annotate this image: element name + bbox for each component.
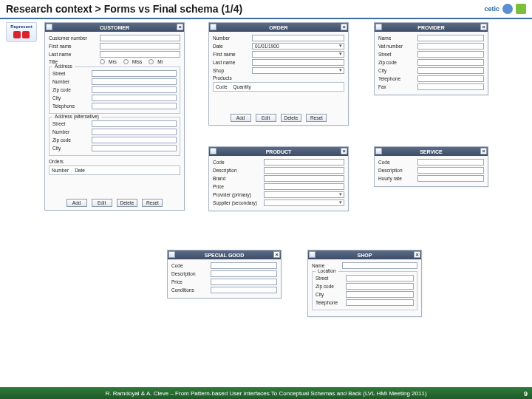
input-pv-zip[interactable] — [417, 59, 484, 66]
select-pd-prov1[interactable] — [264, 191, 344, 198]
close-icon[interactable]: × — [341, 148, 347, 154]
add-button[interactable]: Add — [66, 199, 87, 207]
titlebar-label: PRODUCT — [266, 149, 292, 154]
reset-button[interactable]: Reset — [142, 199, 163, 207]
input-ord-ln[interactable] — [252, 59, 344, 66]
label-orders: Orders — [49, 159, 64, 164]
orders-table[interactable]: Number Date — [49, 166, 180, 175]
label-custnum: Customer number — [49, 35, 98, 41]
window-icon — [210, 24, 216, 30]
input-sh-city[interactable] — [346, 291, 414, 298]
input-firstname[interactable] — [100, 43, 180, 50]
input-sp-price[interactable] — [211, 279, 277, 285]
titlebar-product[interactable]: PRODUCT × — [209, 147, 348, 156]
titlebar-shop[interactable]: SHOP × — [308, 250, 421, 259]
input-sv-desc[interactable] — [417, 167, 484, 174]
label-city-alt: City — [52, 146, 89, 151]
col-date: Date — [75, 168, 85, 173]
label-sp-cond: Conditions — [171, 287, 208, 293]
input-sh-zip[interactable] — [346, 283, 414, 290]
titlebar-label: SPECIAL GOOD — [205, 253, 245, 258]
input-street[interactable] — [92, 70, 177, 77]
input-ord-number[interactable] — [252, 35, 344, 41]
group-location: Location Street Zip code City Telephone — [312, 271, 417, 310]
close-icon[interactable]: × — [273, 251, 280, 258]
edit-button[interactable]: Edit — [92, 199, 112, 207]
ribbon-icon-2 — [22, 31, 30, 38]
input-pv-vat[interactable] — [417, 43, 484, 50]
input-city-alt[interactable] — [92, 145, 177, 151]
input-zip[interactable] — [92, 86, 177, 93]
close-icon[interactable]: × — [480, 24, 487, 30]
close-icon[interactable]: × — [414, 251, 420, 258]
titlebar-label: SERVICE — [420, 149, 443, 154]
label-tel: Telephone — [52, 103, 89, 109]
input-sp-desc[interactable] — [211, 270, 277, 277]
input-pv-street[interactable] — [417, 51, 484, 58]
label-city: City — [52, 95, 89, 100]
select-ord-fn[interactable] — [252, 51, 344, 58]
window-service: SERVICE × Code Description Hourly rate — [374, 146, 488, 187]
delete-button[interactable]: Delete — [117, 199, 138, 207]
group-address: Address Street Number Zip code City Tele… — [49, 66, 180, 114]
input-sv-code[interactable] — [417, 159, 484, 166]
radio-mr[interactable] — [149, 59, 154, 64]
input-pv-city[interactable] — [417, 67, 484, 74]
input-street-alt[interactable] — [92, 120, 177, 127]
input-city[interactable] — [92, 95, 177, 101]
titlebar-service[interactable]: SERVICE × — [375, 147, 488, 156]
close-icon[interactable]: × — [177, 24, 183, 30]
input-pd-code[interactable] — [264, 159, 344, 166]
input-lastname[interactable] — [100, 51, 180, 58]
window-icon — [46, 24, 52, 30]
ribbon-icon-1 — [13, 31, 21, 38]
input-pv-name[interactable] — [417, 35, 484, 41]
add-button[interactable]: Add — [231, 114, 251, 122]
products-table[interactable]: Code Quantity — [213, 82, 344, 92]
edit-button[interactable]: Edit — [256, 114, 276, 122]
label-sh-zip: Zip code — [316, 284, 344, 289]
titlebar-special[interactable]: SPECIAL GOOD × — [168, 250, 281, 259]
input-tel[interactable] — [92, 103, 177, 109]
input-sp-cond[interactable] — [211, 287, 277, 293]
select-ord-shop[interactable] — [252, 67, 344, 74]
titlebar-customer[interactable]: CUSTOMER × — [45, 23, 184, 32]
input-sv-rate[interactable] — [417, 175, 484, 182]
window-order: ORDER × Number Date01/01/1900 First name… — [208, 22, 349, 126]
input-pv-tel[interactable] — [417, 75, 484, 82]
input-number[interactable] — [92, 78, 177, 85]
label-pd-price: Price — [213, 184, 262, 189]
col-code: Code — [216, 84, 228, 89]
input-custnum[interactable] — [100, 35, 180, 41]
input-pv-fax[interactable] — [417, 83, 484, 90]
select-pd-prov2[interactable] — [264, 200, 344, 206]
input-sh-name[interactable] — [342, 262, 417, 269]
input-number-alt[interactable] — [92, 129, 177, 135]
input-pd-price[interactable] — [264, 183, 344, 190]
radio-miss[interactable] — [123, 59, 129, 64]
reset-button[interactable]: Reset — [306, 114, 327, 122]
titlebar-label: SHOP — [358, 253, 372, 258]
input-sp-code[interactable] — [211, 262, 277, 269]
label-sv-rate: Hourly rate — [378, 176, 415, 181]
input-sh-street[interactable] — [346, 275, 414, 282]
label-number-alt: Number — [52, 129, 89, 134]
radio-mrs[interactable] — [100, 59, 105, 64]
label-street-alt: Street — [52, 121, 89, 126]
input-sh-tel[interactable] — [346, 299, 414, 306]
label-sv-code: Code — [378, 160, 415, 165]
slide-header: Research context > Forms vs Final schema… — [0, 0, 532, 19]
label-sv-desc: Description — [378, 168, 415, 173]
input-pd-brand[interactable] — [264, 175, 344, 182]
input-ord-date[interactable]: 01/01/1900 — [252, 43, 344, 50]
input-pd-desc[interactable] — [264, 167, 344, 174]
label-number: Number — [52, 79, 89, 84]
input-zip-alt[interactable] — [92, 137, 177, 143]
titlebar-provider[interactable]: PROVIDER × — [375, 23, 488, 32]
label-pd-desc: Description — [213, 168, 262, 173]
label-sh-city: City — [316, 292, 344, 297]
titlebar-order[interactable]: ORDER × — [209, 23, 348, 32]
delete-button[interactable]: Delete — [281, 114, 302, 122]
close-icon[interactable]: × — [341, 24, 347, 30]
close-icon[interactable]: × — [480, 148, 487, 154]
